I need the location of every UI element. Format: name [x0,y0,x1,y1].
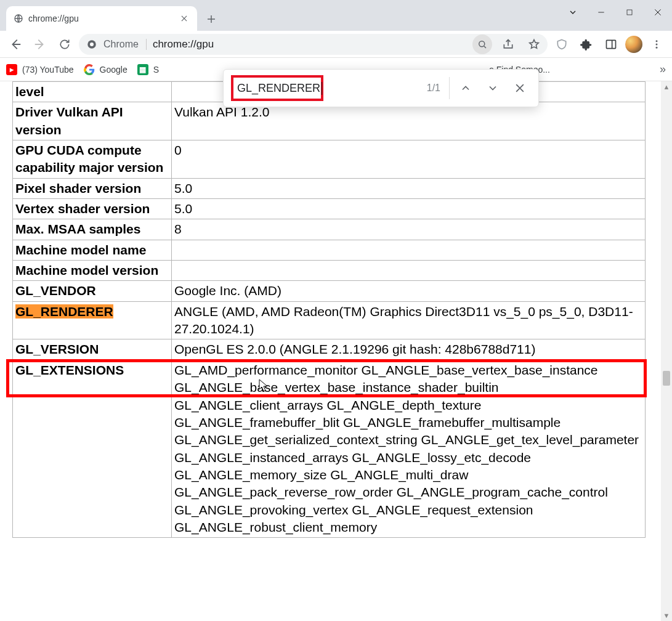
separator [449,77,450,99]
reload-button[interactable] [54,34,75,55]
cell-key: Max. MSAA samples [13,219,172,240]
browser-tab[interactable]: chrome://gpu [6,6,197,31]
extensions-icon[interactable] [576,34,597,55]
find-match: GL_RENDERER [15,304,113,319]
google-icon [84,64,95,75]
scroll-up-arrow[interactable]: ▲ [661,81,672,92]
table-row: GL_VENDORGoogle Inc. (AMD) [13,281,646,301]
table-row: GPU CUDA compute capability major versio… [13,140,646,179]
chevron-down-icon[interactable] [559,0,587,25]
bookmark-youtube[interactable]: ▸ (73) YouTube [6,64,74,75]
page-content: level Driver Vulkan API versionVulkan AP… [0,81,661,621]
omnibox-scheme-label: Chrome [103,39,147,50]
new-tab-button[interactable] [201,9,222,30]
globe-icon [14,14,23,23]
back-button[interactable] [5,34,26,55]
find-count: 1/1 [427,83,440,94]
extension-shield-icon[interactable] [551,34,572,55]
find-close-button[interactable] [509,77,531,99]
find-bar: GL_RENDERER 1/1 [223,69,539,107]
bookmark-label: S [153,65,159,75]
table-row: GL_RENDERERANGLE (AMD, AMD Radeon(TM) Gr… [13,301,646,339]
svg-point-6 [656,40,658,42]
gpu-info-table: level Driver Vulkan API versionVulkan AP… [12,81,646,538]
bookmark-sheets[interactable]: ▦ S [137,64,159,75]
cell-key: GL_VENDOR [13,281,172,301]
cell-value: 8 [172,219,646,240]
find-prev-button[interactable] [455,77,477,99]
share-icon[interactable] [498,34,518,54]
cell-value: OpenGL ES 2.0.0 (ANGLE 2.1.19296 git has… [172,339,646,360]
tab-title: chrome://gpu [28,14,174,23]
svg-point-7 [656,43,658,45]
youtube-icon: ▸ [6,64,17,75]
cell-key: Pixel shader version [13,178,172,198]
svg-rect-5 [607,40,616,48]
side-panel-icon[interactable] [601,34,621,55]
table-row: Machine model name [13,240,646,260]
cell-value: Vulkan API 1.2.0 [172,102,646,140]
title-bar: chrome://gpu [0,0,672,31]
minimize-button[interactable] [587,0,615,25]
close-tab-button[interactable] [179,13,190,24]
cell-value: 0 [172,140,646,179]
omnibox-url: chrome://gpu [153,38,466,51]
cell-key: level [13,82,172,102]
cell-key: Driver Vulkan API version [13,102,172,140]
vertical-scrollbar[interactable]: ▲ ▼ [661,81,672,621]
omnibox[interactable]: Chrome chrome://gpu [79,34,548,55]
cell-key: GL_VERSION [13,339,172,360]
table-row: GL_VERSIONOpenGL ES 2.0.0 (ANGLE 2.1.192… [13,339,646,360]
cell-value [172,261,646,281]
table-row: Machine model version [13,261,646,281]
avatar[interactable] [625,36,642,53]
maximize-button[interactable] [615,0,644,25]
cell-key: Machine model version [13,261,172,281]
cell-value [172,240,646,260]
svg-rect-1 [627,10,632,15]
forward-button[interactable] [30,34,51,55]
cell-key: GPU CUDA compute capability major versio… [13,140,172,179]
svg-point-8 [656,46,658,48]
table-row: GL_EXTENSIONSGL_AMD_performance_monitor … [13,360,646,537]
cell-key: GL_RENDERER [13,301,172,339]
find-input-highlight: GL_RENDERER [231,75,323,101]
cell-key: Machine model name [13,240,172,260]
window-controls [559,0,672,25]
menu-button[interactable] [646,34,667,55]
cell-key: GL_EXTENSIONS [13,360,172,537]
svg-point-4 [479,41,485,46]
close-window-button[interactable] [644,0,672,25]
cell-key: Vertex shader version [13,199,172,219]
bookmark-label: Google [100,65,128,75]
cell-value: ANGLE (AMD, AMD Radeon(TM) Graphics Dire… [172,301,646,339]
cell-value: GL_AMD_performance_monitor GL_ANGLE_base… [172,360,646,537]
chrome-icon [86,39,97,50]
table-row: Pixel shader version5.0 [13,178,646,198]
table-row: Driver Vulkan API versionVulkan API 1.2.… [13,102,646,140]
bookmark-google[interactable]: Google [84,64,128,75]
search-chip-icon[interactable] [472,34,492,54]
table-row: Vertex shader version5.0 [13,199,646,219]
sheets-icon: ▦ [137,64,148,75]
find-next-button[interactable] [482,77,504,99]
table-row: Max. MSAA samples8 [13,219,646,240]
cell-value: 5.0 [172,178,646,198]
star-icon[interactable] [524,34,544,54]
scroll-down-arrow[interactable]: ▼ [661,610,672,621]
svg-point-3 [90,43,94,46]
bookmarks-overflow-button[interactable]: » [660,63,666,76]
bookmark-label: (73) YouTube [22,65,74,75]
cell-value: 5.0 [172,199,646,219]
toolbar: Chrome chrome://gpu [0,31,672,58]
cell-value: Google Inc. (AMD) [172,281,646,301]
scrollbar-thumb[interactable] [663,371,670,386]
find-input[interactable]: GL_RENDERER [237,82,322,95]
